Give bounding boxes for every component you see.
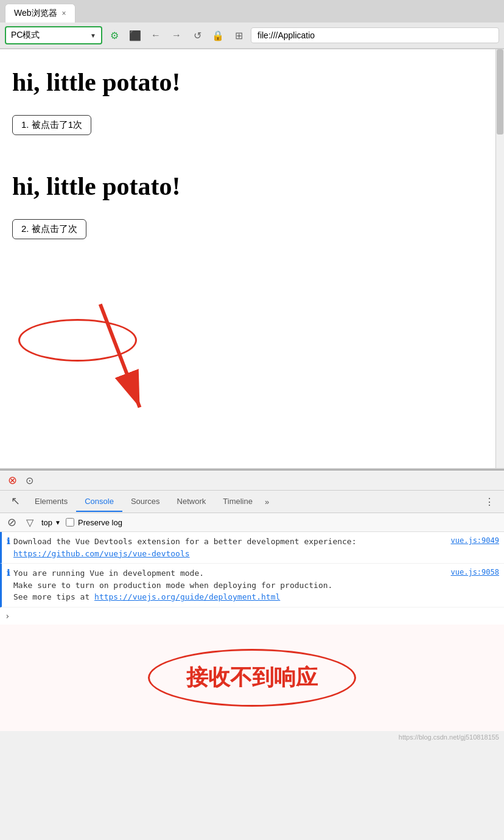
browser-toolbar: PC模式 ▼ ⚙ ⬛ ← → ↺ 🔒 ⊞ bbox=[0, 23, 504, 49]
grid-button[interactable]: ⊞ bbox=[230, 27, 247, 44]
browser-chrome: Web浏览器 × PC模式 ▼ ⚙ ⬛ ← → ↺ 🔒 ⊞ bbox=[0, 0, 504, 49]
devtools-close-button[interactable]: ⊗ bbox=[5, 473, 19, 488]
copy-icon: ⊙ bbox=[26, 475, 33, 486]
devtools-panel: ⊗ ⊙ ↖ Elements Console Sources Network T… bbox=[0, 469, 504, 625]
back-button[interactable]: ← bbox=[147, 27, 164, 44]
preserve-log-checkbox[interactable] bbox=[66, 518, 74, 527]
tab-label: Web浏览器 bbox=[14, 8, 57, 19]
lock-button[interactable]: 🔒 bbox=[209, 27, 226, 44]
vue-devtools-link[interactable]: https://github.com/vuejs/vue-devtools bbox=[13, 549, 190, 558]
settings-icon: ⚙ bbox=[110, 30, 119, 41]
settings-button[interactable]: ⚙ bbox=[106, 27, 123, 44]
console-row-2: ℹ You are running Vue in development mod… bbox=[0, 564, 504, 607]
watermark: https://blog.csdn.net/gj510818155 bbox=[0, 731, 504, 743]
page-heading-2: hi, little potato! bbox=[12, 172, 492, 201]
console-file-ref-2: vue.js:9058 bbox=[451, 567, 499, 576]
block-icon: ⊘ bbox=[7, 516, 16, 529]
annotation-text: 接收不到响应 bbox=[186, 665, 318, 690]
top-dropdown-arrow-icon: ▼ bbox=[55, 519, 61, 526]
refresh-icon: ↺ bbox=[194, 30, 201, 41]
grid-icon: ⊞ bbox=[235, 30, 243, 41]
refresh-button[interactable]: ↺ bbox=[189, 27, 206, 44]
scrollbar-thumb[interactable] bbox=[497, 49, 503, 135]
console-row-1: ℹ Download the Vue Devtools extension fo… bbox=[0, 532, 504, 564]
top-label: top bbox=[41, 518, 52, 527]
console-text-2: You are running Vue in development mode.… bbox=[13, 567, 443, 603]
devtools-menu-button[interactable]: ⋮ bbox=[480, 491, 499, 513]
more-tabs-button[interactable]: » bbox=[261, 492, 273, 511]
forward-icon: → bbox=[172, 30, 181, 41]
block-requests-button[interactable]: ⊘ bbox=[5, 516, 18, 529]
tab-sources[interactable]: Sources bbox=[122, 492, 169, 512]
tab-elements[interactable]: Elements bbox=[26, 492, 76, 512]
console-file-ref-1: vue.js:9049 bbox=[451, 536, 499, 545]
tab-network[interactable]: Network bbox=[169, 492, 215, 512]
svg-line-1 bbox=[100, 304, 140, 408]
url-bar[interactable] bbox=[251, 27, 499, 43]
filter-icon: ▽ bbox=[26, 517, 33, 528]
devtools-toggle-button[interactable]: ⬛ bbox=[127, 27, 144, 44]
mode-label: PC模式 bbox=[11, 30, 40, 41]
devtools-icon: ⬛ bbox=[129, 30, 141, 41]
click-count-badge-2[interactable]: 2. 被点击了次 bbox=[12, 219, 86, 239]
top-selector[interactable]: top ▼ bbox=[41, 518, 61, 527]
tab-console[interactable]: Console bbox=[76, 492, 122, 512]
console-text-1: Download the Vue Devtools extension for … bbox=[13, 536, 443, 559]
scrollbar[interactable] bbox=[495, 49, 504, 468]
click-count-badge-1[interactable]: 1. 被点击了1次 bbox=[12, 115, 91, 135]
devtools-cursor-tool[interactable]: ↖ bbox=[5, 491, 26, 513]
bottom-annotation-area: 接收不到响应 bbox=[0, 625, 504, 731]
info-icon-1: ℹ bbox=[7, 536, 10, 546]
vue-js-9058-link[interactable]: vue.js:9058 bbox=[451, 568, 499, 576]
deployment-link[interactable]: https://vuejs.org/guide/deployment.html bbox=[94, 592, 280, 601]
close-devtools-icon: ⊗ bbox=[8, 474, 17, 487]
console-content: ℹ Download the Vue Devtools extension fo… bbox=[0, 532, 504, 625]
prompt-arrow-icon[interactable]: › bbox=[5, 611, 10, 621]
lock-icon: 🔒 bbox=[212, 30, 224, 41]
annotation-oval: 接收不到响应 bbox=[148, 649, 356, 707]
preserve-log-label: Preserve log bbox=[78, 518, 122, 527]
devtools-tabs: ↖ Elements Console Sources Network Timel… bbox=[0, 491, 504, 513]
preserve-log-option[interactable]: Preserve log bbox=[66, 518, 122, 527]
browser-tab[interactable]: Web浏览器 × bbox=[5, 4, 75, 23]
watermark-text: https://blog.csdn.net/gj510818155 bbox=[399, 733, 499, 741]
tab-bar: Web浏览器 × bbox=[0, 0, 504, 23]
filter-button[interactable]: ▽ bbox=[23, 516, 37, 529]
page-heading-1: hi, little potato! bbox=[12, 68, 492, 97]
cursor-icon: ↖ bbox=[11, 495, 20, 507]
devtools-copy-button[interactable]: ⊙ bbox=[22, 473, 37, 488]
tab-close-button[interactable]: × bbox=[62, 9, 66, 18]
forward-button[interactable]: → bbox=[168, 27, 185, 44]
info-icon-2: ℹ bbox=[7, 568, 10, 578]
console-prompt[interactable]: › bbox=[0, 607, 504, 625]
browser-viewport: hi, little potato! 1. 被点击了1次 hi, little … bbox=[0, 49, 504, 469]
vue-js-9049-link[interactable]: vue.js:9049 bbox=[451, 536, 499, 545]
annotation-circle-1 bbox=[18, 319, 137, 362]
mode-dropdown-arrow-icon: ▼ bbox=[90, 32, 96, 39]
devtools-top-bar: ⊗ ⊙ bbox=[0, 471, 504, 491]
mode-selector[interactable]: PC模式 ▼ bbox=[5, 26, 102, 44]
tab-timeline[interactable]: Timeline bbox=[214, 492, 261, 512]
console-toolbar: ⊘ ▽ top ▼ Preserve log bbox=[0, 513, 504, 532]
annotation-arrow bbox=[0, 49, 504, 468]
back-icon: ← bbox=[151, 30, 161, 41]
